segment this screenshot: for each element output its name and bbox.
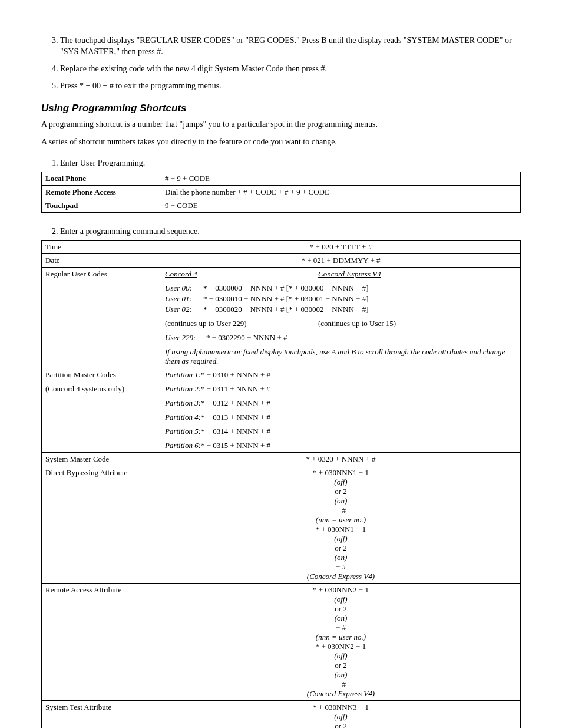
cell-remote-phone-label: Remote Phone Access [42,186,161,199]
cell-date-value: * + 021 + DDMMYY + # [161,254,521,268]
cell-ruc-value: Concord 4 Concord Express V4 User 00: * … [161,268,521,368]
ruc-continues-right: (continues up to User 15) [318,319,517,328]
cell-time-value: * + 020 + TTTT + # [161,241,521,254]
user229-value: * + 0302290 + NNNN + # [206,333,517,342]
pmc-p4-it: Partition 4: [165,413,201,421]
cell-dba-label: Direct Bypassing Attribute [42,466,161,584]
cell-sta-value: * + 030NNN3 + 1(off) or 2(on) + # (nnn =… [161,701,521,728]
pmc-p2-it: Partition 2: [165,384,201,393]
table-row: Regular User Codes Concord 4 Concord Exp… [42,268,521,368]
cell-touchpad-value: 9 + CODE [161,199,521,213]
pmc-p4: * + 0313 + NNNN + # [201,413,270,421]
pmc-p1-it: Partition 1: [165,370,201,379]
pmc-p6-it: Partition 6: [165,441,201,450]
cell-local-phone-value: # + 9 + CODE [161,172,521,186]
paragraph-2: A series of shortcut numbers takes you d… [41,137,521,148]
table-row: Partition Master Codes (Concord 4 system… [42,368,521,453]
section-heading: Using Programming Shortcuts [41,103,521,114]
access-method-table: Local Phone # + 9 + CODE Remote Phone Ac… [41,172,521,213]
procedure-list-2: Enter a programming command sequence. [41,227,521,236]
pmc-label-line1: Partition Master Codes [45,370,157,380]
cell-touchpad-label: Touchpad [42,199,161,213]
procedure-step-1: Enter User Programming. [60,159,521,168]
ruc-note: If using alphanumeric or fixed display t… [165,347,517,366]
table-row: Direct Bypassing Attribute * + 030NNN1 +… [42,466,521,584]
cell-time-label: Time [42,241,161,254]
table-row: System Test Attribute * + 030NNN3 + 1(of… [42,701,521,728]
cell-dba-value: * + 030NNN1 + 1(off) or 2(on) + # (nnn =… [161,466,521,584]
user00-label: User 00: [165,284,203,293]
table-row: Date * + 021 + DDMMYY + # [42,254,521,268]
procedure-step-2: Enter a programming command sequence. [60,227,521,236]
step-4: Replace the existing code with the new 4… [60,64,521,75]
pmc-p5: * + 0314 + NNNN + # [201,427,270,436]
user229-label: User 229: [165,333,206,342]
cell-pmc-value: Partition 1:* + 0310 + NNNN + # Partitio… [161,368,521,453]
table-row: Time * + 020 + TTTT + # [42,241,521,254]
pmc-p2: * + 0311 + NNNN + # [201,384,270,393]
cell-raa-label: Remote Access Attribute [42,584,161,701]
cell-local-phone-label: Local Phone [42,172,161,186]
cell-date-label: Date [42,254,161,268]
pmc-p3: * + 0312 + NNNN + # [201,398,270,407]
pmc-p1: * + 0310 + NNNN + # [201,370,270,379]
cell-smc-label: System Master Code [42,453,161,466]
cell-ruc-label: Regular User Codes [42,268,161,368]
command-sequence-table: Time * + 020 + TTTT + # Date * + 021 + D… [41,240,521,728]
pmc-p6: * + 0315 + NNNN + # [201,441,270,450]
table-row: Touchpad 9 + CODE [42,199,521,213]
table-row: Local Phone # + 9 + CODE [42,172,521,186]
table-row: Remote Phone Access Dial the phone numbe… [42,186,521,199]
paragraph-1: A programming shortcut is a number that … [41,119,521,130]
instruction-list: The touchpad displays "REGULAR USER CODE… [41,35,521,92]
ruc-header-left: Concord 4 [165,269,318,279]
cell-pmc-label: Partition Master Codes (Concord 4 system… [42,368,161,453]
ruc-header-right: Concord Express V4 [318,269,517,279]
pmc-p5-it: Partition 5: [165,427,201,436]
table-row: System Master Code * + 0320 + NNNN + # [42,453,521,466]
table-row: Remote Access Attribute * + 030NNN2 + 1(… [42,584,521,701]
cell-raa-value: * + 030NNN2 + 1(off) or 2(on) + # (nnn =… [161,584,521,701]
user02-value: * + 0300020 + NNNN + # [* + 030002 + NNN… [203,305,517,314]
step-5: Press * + 00 + # to exit the programming… [60,81,521,92]
step-3: The touchpad displays "REGULAR USER CODE… [60,35,521,58]
pmc-p3-it: Partition 3: [165,398,201,407]
user01-label: User 01: [165,294,203,304]
pmc-label-line2: (Concord 4 systems only) [45,384,157,394]
user00-value: * + 0300000 + NNNN + # [* + 030000 + NNN… [203,284,517,293]
user01-value: * + 0300010 + NNNN + # [* + 030001 + NNN… [203,294,517,304]
user02-label: User 02: [165,305,203,314]
cell-sta-label: System Test Attribute [42,701,161,728]
ruc-continues-left: (continues up to User 229) [165,319,318,328]
cell-smc-value: * + 0320 + NNNN + # [161,453,521,466]
cell-remote-phone-value: Dial the phone number + # + CODE + # + 9… [161,186,521,199]
procedure-list-1: Enter User Programming. [41,159,521,168]
